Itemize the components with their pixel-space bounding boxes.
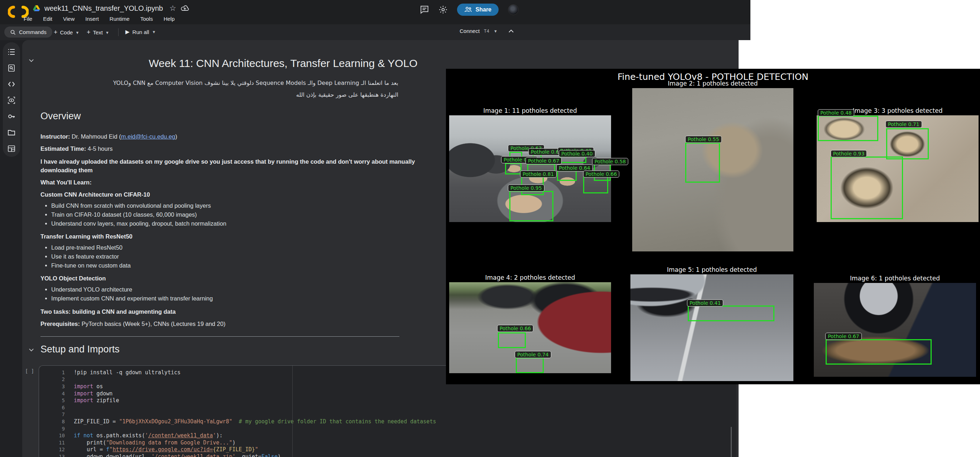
variable-inspector-icon[interactable] xyxy=(8,96,15,104)
secrets-key-icon[interactable] xyxy=(8,113,15,120)
add-text-icon: + xyxy=(87,29,91,36)
find-replace-icon[interactable] xyxy=(8,64,15,72)
code-line: 11 print("Downloading data from Google D… xyxy=(39,439,737,446)
cloud-save-icon[interactable] xyxy=(181,5,189,11)
image-caption: Image 1: 11 potholes detected xyxy=(449,107,611,114)
share-button[interactable]: Share xyxy=(457,3,499,16)
menu-file[interactable]: File xyxy=(24,16,32,22)
code-line: 7 xyxy=(39,411,737,418)
instructor-email-link[interactable]: m.eid@fci-cu.edu.eg xyxy=(121,133,175,140)
arabic-intro-line1: بعد ما اتعلمنا الـ Deep Learning والـ Se… xyxy=(40,80,398,87)
add-text-button[interactable]: Text xyxy=(93,29,103,35)
datasets-note: I have already uploaded the datasets on … xyxy=(40,157,442,174)
code-line: 12 url = f"https://drive.google.com/uc?i… xyxy=(39,446,737,454)
detection-label: Pothole 0.41 xyxy=(687,299,724,307)
code-line: 10if not os.path.exists('/content/week11… xyxy=(39,432,737,439)
code-line: 9 xyxy=(39,425,737,432)
detection-image-5: Image 5: 1 potholes detected Pothole 0.4… xyxy=(630,274,793,381)
menu-bar: File Edit View Insert Runtime Tools Help xyxy=(24,16,175,22)
collapse-header-icon[interactable] xyxy=(508,29,514,33)
detection-box xyxy=(509,191,554,221)
detection-label: Pothole 0.67 xyxy=(525,157,562,164)
image-caption: Image 2: 1 potholes detected xyxy=(632,80,793,87)
photo-pothole-closeup: Pothole 0.48Pothole 0.71Pothole 0.93 xyxy=(817,115,978,222)
comments-icon[interactable] xyxy=(420,5,429,14)
search-icon xyxy=(10,29,16,35)
detection-box xyxy=(886,128,929,159)
detection-label: Pothole 0.93 xyxy=(830,150,867,157)
detection-image-1: Image 1: 11 potholes detected Pothole 0.… xyxy=(449,115,611,222)
accelerator-badge: T4 xyxy=(484,29,489,33)
menu-insert[interactable]: Insert xyxy=(85,16,99,22)
detection-box xyxy=(557,170,577,181)
image-caption: Image 4: 2 potholes detected xyxy=(449,274,611,281)
page-title: Week 11: CNN Architectures, Transfer Lea… xyxy=(40,57,526,70)
drive-icon xyxy=(33,5,40,11)
image-caption: Image 5: 1 potholes detected xyxy=(630,266,793,273)
code-line: 13 gdown.download(url, '/content/week11_… xyxy=(39,453,737,457)
menu-help[interactable]: Help xyxy=(164,16,175,22)
menu-runtime[interactable]: Runtime xyxy=(110,16,130,22)
files-folder-icon[interactable] xyxy=(8,129,15,137)
arabic-intro-line2: النهاردة هنطبقها على صور حقيقية بإذن الل… xyxy=(40,91,398,99)
add-code-icon: + xyxy=(54,29,58,36)
add-code-caret-icon[interactable]: ▼ xyxy=(75,30,79,35)
menu-view[interactable]: View xyxy=(63,16,75,22)
run-icon: ▶ xyxy=(126,29,130,35)
menu-edit[interactable]: Edit xyxy=(43,16,52,22)
image-caption: Image 6: 1 potholes detected xyxy=(814,275,976,282)
detection-image-3: Image 3: 3 potholes detected Pothole 0.4… xyxy=(817,115,978,222)
detection-label: Pothole 0.71 xyxy=(885,121,922,128)
yolo-output-figure: Fine-tuned YOLOv8 - POTHOLE DETECTION Im… xyxy=(446,69,980,384)
data-table-icon[interactable] xyxy=(8,145,15,153)
vertical-scrollbar[interactable] xyxy=(731,427,732,457)
detection-box xyxy=(498,332,526,348)
detection-box xyxy=(818,116,878,141)
menu-tools[interactable]: Tools xyxy=(140,16,153,22)
connect-button[interactable]: Connect xyxy=(460,28,480,34)
table-of-contents-icon[interactable] xyxy=(8,48,15,56)
detection-label: Pothole 0.48 xyxy=(818,109,854,116)
section-collapse-icon[interactable] xyxy=(29,348,34,352)
detection-label: Pothole 0.67 xyxy=(825,333,862,340)
divider xyxy=(40,336,399,337)
detection-box xyxy=(516,357,544,373)
detection-image-4: Image 4: 2 potholes detected Pothole 0.6… xyxy=(449,282,611,373)
add-code-button[interactable]: Code xyxy=(60,29,73,35)
code-snippets-icon[interactable] xyxy=(8,80,15,88)
cell-execution-indicator[interactable]: [ ] xyxy=(25,368,34,374)
photo-car-wheel: Pothole 0.67 xyxy=(814,283,976,377)
detection-label: Pothole 0.81 xyxy=(520,170,557,178)
code-line: 8ZIP_FILE_ID = "1P6bjXhXxDOgou2_3FHu3OaH… xyxy=(39,418,737,425)
run-all-caret-icon[interactable]: ▼ xyxy=(152,30,156,34)
notebook-filename[interactable]: week11_CNNs_transfer_YOLO.ipynb xyxy=(45,4,163,13)
photo-mountain-road: Pothole 0.63Pothole 0.66Pothole 0.42Poth… xyxy=(449,115,611,222)
section-collapse-icon[interactable] xyxy=(29,59,34,62)
photo-street-cars: Pothole 0.66Pothole 0.74 xyxy=(449,282,611,373)
detection-label: Pothole 0.95 xyxy=(508,185,544,192)
detection-image-2: Image 2: 1 potholes detected Pothole 0.5… xyxy=(632,88,793,252)
run-all-button[interactable]: ▶ Run all ▼ xyxy=(126,29,156,35)
user-avatar[interactable] xyxy=(508,4,519,15)
detection-label: Pothole 0.55 xyxy=(685,136,722,143)
detection-box xyxy=(826,339,932,365)
detection-box xyxy=(583,176,608,193)
code-line: 6 xyxy=(39,404,737,411)
connect-caret-icon[interactable]: ▼ xyxy=(493,29,498,33)
star-icon[interactable]: ☆ xyxy=(169,4,176,13)
app-header: week11_CNNs_transfer_YOLO.ipynb ☆ File E… xyxy=(0,0,750,24)
detection-box xyxy=(505,163,522,174)
toolbar-divider xyxy=(118,28,119,36)
notebook-toolbar: Commands + Code ▼ + Text ▼ ▶ Run all ▼ C… xyxy=(0,24,750,40)
detection-label: Pothole 0.66 xyxy=(497,325,534,332)
code-line: 5import zipfile xyxy=(39,397,737,404)
commands-button[interactable]: Commands xyxy=(4,27,52,38)
detection-image-6: Image 6: 1 potholes detected Pothole 0.6… xyxy=(814,283,976,377)
editor-ruler xyxy=(292,366,293,457)
photo-gravel-road: Pothole 0.55 xyxy=(632,88,793,252)
code-line: 4import gdown xyxy=(39,390,737,397)
detection-box xyxy=(830,156,903,219)
add-text-caret-icon[interactable]: ▼ xyxy=(105,30,109,35)
detection-box xyxy=(685,143,720,183)
settings-gear-icon[interactable] xyxy=(438,5,448,14)
